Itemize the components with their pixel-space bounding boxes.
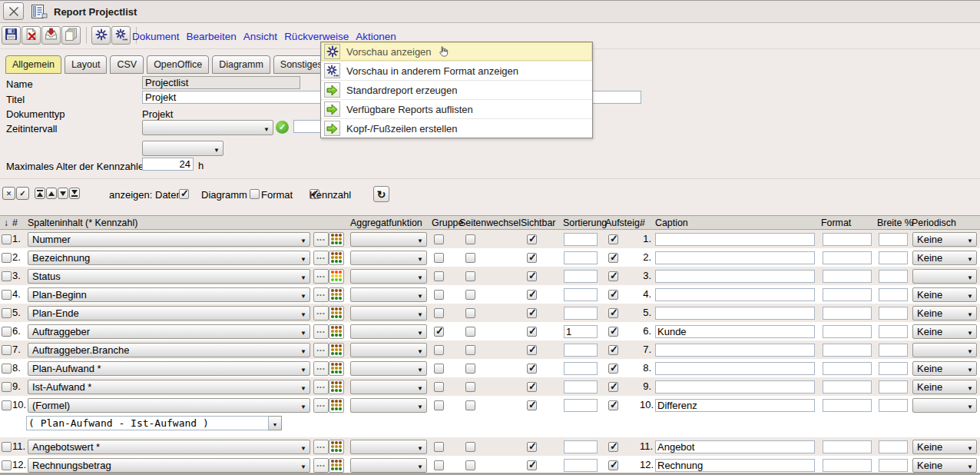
color-grid-button[interactable]	[329, 398, 344, 413]
aggregatfunktion-select[interactable]	[350, 269, 427, 284]
row-select-checkbox[interactable]	[2, 308, 12, 318]
row-select-checkbox[interactable]	[2, 364, 12, 374]
sortierung-input[interactable]	[564, 251, 598, 264]
gruppe-checkbox[interactable]	[434, 253, 444, 263]
sortierung-input[interactable]	[564, 362, 598, 375]
seitenwechsel-checkbox[interactable]	[465, 327, 475, 337]
format-input[interactable]	[823, 440, 872, 453]
color-grid-button[interactable]	[329, 324, 344, 339]
caption-input[interactable]	[655, 251, 815, 264]
aufsteigend-checkbox[interactable]	[608, 290, 618, 300]
column-content-select[interactable]: Bezeichnung	[28, 251, 310, 265]
sichtbar-checkbox[interactable]	[527, 460, 537, 470]
color-grid-button[interactable]	[329, 458, 344, 473]
refresh-button[interactable]	[373, 186, 389, 202]
aufsteigend-checkbox[interactable]	[608, 442, 618, 452]
row-select-checkbox[interactable]	[2, 400, 12, 410]
periodisch-select[interactable]: Keine	[912, 306, 977, 321]
periodisch-select[interactable]: Keine	[912, 361, 977, 376]
column-content-select[interactable]: Plan-Ende	[28, 306, 310, 321]
sichtbar-checkbox[interactable]	[527, 382, 537, 392]
menu-dokument[interactable]: Dokument	[132, 31, 180, 42]
aggregatfunktion-select[interactable]	[350, 324, 427, 339]
menu-item[interactable]: Standardreport erzeugen	[321, 81, 592, 100]
caption-input[interactable]	[655, 325, 815, 338]
caption-input[interactable]	[655, 344, 815, 357]
aufsteigend-checkbox[interactable]	[608, 345, 618, 355]
aggregatfunktion-select[interactable]	[350, 343, 427, 357]
format-input[interactable]	[823, 288, 872, 301]
max-alter-input[interactable]	[142, 158, 194, 171]
save-button[interactable]	[2, 26, 21, 45]
color-grid-button[interactable]	[329, 380, 344, 394]
aufsteigend-checkbox[interactable]	[608, 460, 618, 470]
breite-input[interactable]	[879, 399, 908, 412]
gruppe-checkbox[interactable]	[434, 382, 444, 392]
menu-aktionen[interactable]: Aktionen	[356, 31, 396, 42]
color-grid-button[interactable]	[329, 269, 344, 284]
seitenwechsel-checkbox[interactable]	[465, 345, 475, 355]
sichtbar-checkbox[interactable]	[527, 442, 537, 452]
breite-input[interactable]	[879, 362, 908, 375]
row-select-checkbox[interactable]	[2, 271, 12, 281]
format-input[interactable]	[823, 325, 872, 338]
caption-input[interactable]	[655, 288, 815, 301]
tab-csv[interactable]: CSV	[110, 55, 144, 74]
menu-bearbeiten[interactable]: Bearbeiten	[187, 31, 237, 42]
menu-item[interactable]: Verfügbare Reports auflisten	[321, 100, 592, 119]
periodisch-select[interactable]	[912, 398, 977, 413]
sichtbar-checkbox[interactable]	[527, 271, 537, 281]
deselect-all-button[interactable]	[2, 187, 15, 200]
seitenwechsel-checkbox[interactable]	[465, 234, 475, 244]
column-content-select[interactable]: Plan-Aufwand *	[28, 361, 310, 376]
anzeigen-diagramm-checkbox[interactable]	[250, 189, 260, 199]
caption-input[interactable]	[655, 233, 815, 246]
aggregatfunktion-select[interactable]	[350, 306, 427, 321]
tab-openoffice[interactable]: OpenOffice	[147, 55, 209, 74]
row-select-checkbox[interactable]	[2, 253, 12, 263]
column-content-select[interactable]: Angebotswert *	[28, 440, 310, 454]
aggregatfunktion-select[interactable]	[350, 380, 427, 394]
format-input[interactable]	[823, 362, 872, 375]
seitenwechsel-checkbox[interactable]	[465, 382, 475, 392]
color-grid-button[interactable]	[329, 343, 344, 357]
caption-input[interactable]	[655, 380, 815, 394]
seitenwechsel-checkbox[interactable]	[465, 460, 475, 470]
menu-item[interactable]: Vorschau anzeigen	[321, 42, 592, 61]
periodisch-select[interactable]: Keine	[912, 324, 977, 339]
gruppe-checkbox[interactable]	[434, 364, 444, 374]
color-grid-button[interactable]	[329, 232, 344, 247]
aufsteigend-checkbox[interactable]	[608, 271, 618, 281]
tab-layout[interactable]: Layout	[65, 55, 108, 74]
caption-input[interactable]	[655, 459, 815, 472]
import-document-button[interactable]	[41, 26, 61, 45]
sichtbar-checkbox[interactable]	[527, 253, 537, 263]
row-select-checkbox[interactable]	[2, 234, 12, 244]
color-grid-button[interactable]	[329, 306, 344, 321]
periodisch-select[interactable]: Keine	[912, 251, 977, 265]
formula-dropdown-button[interactable]	[269, 416, 282, 430]
gruppe-checkbox[interactable]	[434, 327, 444, 337]
name-input[interactable]	[142, 76, 300, 89]
breite-input[interactable]	[879, 325, 908, 338]
format-input[interactable]	[823, 307, 872, 320]
menu-item[interactable]: Vorschau in anderem Format anzeigen	[321, 61, 592, 81]
breite-input[interactable]	[879, 251, 908, 264]
column-content-select[interactable]: Plan-Beginn	[28, 287, 310, 302]
seitenwechsel-checkbox[interactable]	[465, 253, 475, 263]
preview-format-button[interactable]	[111, 26, 131, 45]
gruppe-checkbox[interactable]	[434, 271, 444, 281]
gruppe-checkbox[interactable]	[434, 290, 444, 300]
sortierung-input[interactable]	[564, 380, 598, 394]
tab-allgemein[interactable]: Allgemein	[5, 55, 61, 74]
periodisch-select[interactable]	[912, 269, 977, 284]
sortierung-input[interactable]	[564, 399, 598, 412]
details-button[interactable]	[313, 306, 329, 321]
format-input[interactable]	[823, 380, 872, 394]
aufsteigend-checkbox[interactable]	[608, 327, 618, 337]
seitenwechsel-checkbox[interactable]	[465, 442, 475, 452]
breite-input[interactable]	[879, 233, 908, 246]
sichtbar-checkbox[interactable]	[527, 327, 537, 337]
breite-input[interactable]	[879, 459, 908, 472]
format-input[interactable]	[823, 233, 872, 246]
